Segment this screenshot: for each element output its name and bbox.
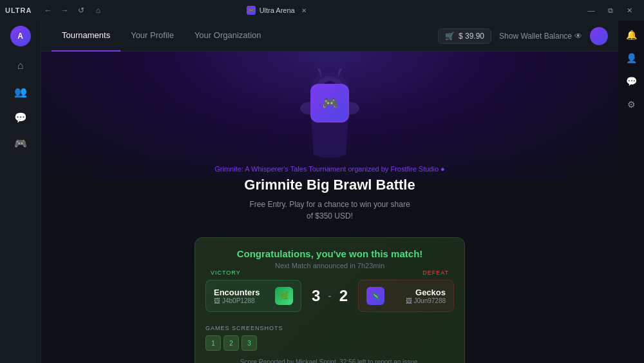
tab-your-profile[interactable]: Your Profile: [120, 21, 184, 52]
team2-name: Geckos: [406, 288, 446, 297]
tab-favicon: 🎮: [247, 6, 256, 15]
tab-title: Ultra Arena: [260, 6, 295, 14]
score-team1: 3: [312, 287, 320, 305]
match-teams-container: VICTORY DEFEAT Encounters 🖼 J4b0P1288: [205, 280, 454, 312]
right-sidebar: 🔔 👤 💬 ⚙: [618, 21, 644, 363]
right-icon-bell[interactable]: 🔔: [622, 26, 640, 44]
team1-name: Encounters: [214, 288, 260, 297]
home-button[interactable]: ⌂: [91, 3, 105, 17]
window-controls: — ⧉ ✕: [582, 3, 639, 17]
show-balance-button[interactable]: Show Wallet Balance 👁: [499, 32, 582, 41]
score-display: 3 - 2: [301, 287, 358, 305]
defeat-label: DEFEAT: [422, 270, 449, 276]
tournament-organizer: Grimnite: A Whisperer's Tales Tournament…: [54, 165, 605, 173]
tab-close-icon[interactable]: ✕: [301, 7, 307, 14]
active-tab[interactable]: 🎮 Ultra Arena ✕: [240, 3, 313, 17]
tournament-description: Free Entry. Play for a chance to win you…: [54, 199, 605, 222]
app-logo: ULTRA: [5, 6, 32, 14]
team1-info: Encounters 🖼 J4b0P1288: [214, 288, 260, 304]
content-area[interactable]: 🎮 Grimnite: A Whisperer's Tales Tourname…: [41, 52, 618, 363]
game-screenshots: GAMES SCREENSHOTS 1 2 3: [205, 325, 454, 351]
sidebar-icon-game[interactable]: 🎮: [9, 132, 32, 155]
close-button[interactable]: ✕: [621, 3, 639, 17]
wallet-icon: 🛒: [445, 32, 455, 41]
reload-button[interactable]: ↺: [74, 3, 88, 17]
left-sidebar: A ⌂ 👥 💬 🎮: [0, 21, 41, 363]
right-icon-chat[interactable]: 💬: [622, 72, 640, 90]
game-logo: 🎮: [310, 84, 349, 123]
title-bar: ULTRA ← → ↺ ⌂ 🎮 Ultra Arena ✕ — ⧉ ✕: [0, 0, 644, 21]
team2-info: Geckos 🖼 J0un97288: [406, 288, 446, 304]
top-nav: Tournaments Your Profile Your Organizati…: [41, 21, 618, 52]
congratulations-text: Congratulations, you've won this match!: [205, 248, 454, 259]
team1-avatar: 🌿: [275, 287, 293, 305]
next-match-text: Next Match announced in 7h23min: [205, 262, 454, 270]
sidebar-icon-users[interactable]: 👥: [9, 80, 32, 103]
match-result-card: Congratulations, you've won this match! …: [194, 237, 465, 363]
score-team2: 2: [339, 287, 348, 305]
match-teams: Encounters 🖼 J4b0P1288 🌿 3 - 2: [205, 280, 454, 312]
nav-tabs: Tournaments Your Profile Your Organizati…: [52, 21, 438, 52]
forward-button[interactable]: →: [57, 3, 71, 17]
nav-user-avatar[interactable]: [590, 27, 608, 45]
tab-tournaments[interactable]: Tournaments: [52, 21, 120, 52]
eye-icon: 👁: [574, 32, 582, 41]
user-avatar[interactable]: A: [10, 26, 31, 46]
sidebar-icon-chat[interactable]: 💬: [9, 106, 32, 129]
team-winner-box: Encounters 🖼 J4b0P1288 🌿: [205, 280, 301, 312]
title-bar-left: ULTRA ← → ↺ ⌂: [5, 3, 105, 17]
screenshot-2[interactable]: 2: [223, 335, 239, 351]
team2-avatar: 🦎: [366, 287, 384, 305]
tab-bar: 🎮 Ultra Arena ✕: [240, 3, 313, 17]
wallet-button[interactable]: 🛒 $ 39.90: [438, 28, 491, 44]
minimize-button[interactable]: —: [582, 3, 600, 17]
team-loser-box: 🦎 Geckos 🖼 J0un97288: [358, 280, 454, 312]
right-icon-friends[interactable]: 👤: [622, 49, 640, 67]
team1-user-icon: 🖼: [214, 297, 220, 304]
tournament-title: Grimnite Big Brawl Battle: [54, 177, 605, 193]
screenshot-3[interactable]: 3: [242, 335, 257, 351]
maximize-button[interactable]: ⧉: [601, 3, 620, 17]
nav-right: 🛒 $ 39.90 Show Wallet Balance 👁: [438, 27, 608, 45]
app-layout: A ⌂ 👥 💬 🎮 Tournaments Your Profile Your …: [0, 21, 644, 363]
back-button[interactable]: ←: [41, 3, 55, 17]
wallet-balance: $ 39.90: [459, 32, 484, 41]
team1-user: 🖼 J4b0P1288: [214, 297, 260, 304]
screenshots-label: GAMES SCREENSHOTS: [205, 325, 454, 331]
tab-your-organization[interactable]: Your Organization: [184, 21, 272, 52]
main-column: Tournaments Your Profile Your Organizati…: [41, 21, 618, 363]
screenshot-1[interactable]: 1: [205, 335, 221, 351]
victory-label: VICTORY: [211, 270, 241, 276]
match-footer: Score Reported by Mickael Sprint. 32:56 …: [205, 358, 454, 363]
tournament-header: Grimnite: A Whisperer's Tales Tournament…: [41, 155, 618, 227]
screenshot-thumbs: 1 2 3: [205, 335, 454, 351]
sidebar-icon-home[interactable]: ⌂: [9, 54, 32, 77]
nav-controls: ← → ↺ ⌂: [41, 3, 105, 17]
team2-user-icon: 🖼: [406, 297, 412, 304]
team2-user: 🖼 J0un97288: [406, 297, 446, 304]
right-icon-settings[interactable]: ⚙: [622, 95, 640, 113]
score-divider: -: [328, 290, 331, 302]
